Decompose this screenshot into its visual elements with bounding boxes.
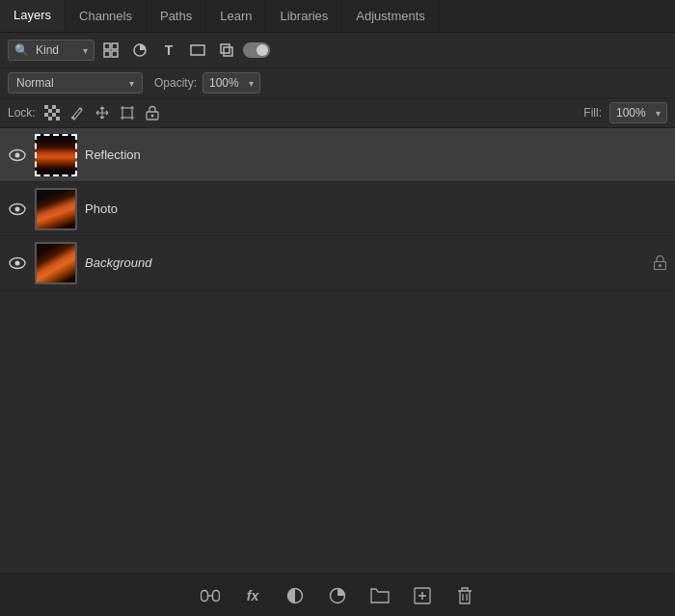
lock-artboard-icon[interactable]	[117, 102, 138, 123]
tab-layers[interactable]: Layers	[0, 0, 66, 32]
svg-rect-7	[224, 47, 232, 56]
svg-rect-8	[44, 105, 48, 109]
svg-rect-11	[56, 109, 60, 113]
tab-channels[interactable]: Channels	[66, 0, 147, 32]
kind-chevron: ▾	[83, 45, 88, 56]
layer-name-photo: Photo	[85, 201, 667, 216]
visibility-icon-photo[interactable]	[8, 200, 27, 219]
svg-point-19	[150, 115, 153, 118]
fill-dropdown[interactable]: 100% ▾	[609, 102, 667, 123]
smart-object-filter-icon[interactable]	[214, 38, 239, 63]
fill-chevron: ▾	[656, 108, 661, 119]
tab-bar: Layers Channels Paths Learn Libraries Ad…	[0, 0, 675, 33]
bottom-toolbar: fx	[0, 574, 675, 616]
svg-point-21	[15, 152, 20, 157]
visibility-icon-reflection[interactable]	[8, 146, 27, 165]
layer-thumbnail-reflection	[35, 134, 77, 176]
shape-filter-icon[interactable]	[185, 38, 210, 63]
tab-paths[interactable]: Paths	[147, 0, 206, 32]
fx-button[interactable]: fx	[240, 583, 265, 608]
svg-rect-0	[104, 43, 110, 49]
svg-rect-14	[48, 117, 52, 121]
layer-thumbnail-background	[35, 242, 77, 284]
layer-name-reflection: Reflection	[85, 147, 667, 162]
empty-layer-area	[0, 290, 675, 574]
visibility-icon-background[interactable]	[8, 254, 27, 273]
svg-rect-15	[56, 117, 60, 121]
opacity-label: Opacity:	[154, 76, 197, 90]
layer-name-background: Background	[85, 255, 644, 270]
lock-position-icon[interactable]	[92, 102, 113, 123]
svg-rect-10	[48, 109, 52, 113]
filter-toolbar: 🔍 Kind ▾ T	[0, 33, 675, 68]
svg-rect-29	[213, 590, 220, 601]
layer-thumbnail-photo	[35, 188, 77, 230]
layer-lock-background	[652, 255, 667, 271]
tab-libraries[interactable]: Libraries	[266, 0, 342, 32]
svg-point-27	[659, 264, 662, 267]
blend-mode-dropdown[interactable]: Normal ▾	[8, 72, 143, 94]
search-icon: 🔍	[14, 43, 29, 57]
delete-layer-button[interactable]	[452, 583, 477, 608]
lock-row: Lock:	[0, 98, 675, 128]
layer-item-reflection[interactable]: Reflection	[0, 128, 675, 182]
pixel-filter-icon[interactable]	[98, 38, 123, 63]
tab-adjustments[interactable]: Adjustments	[342, 0, 440, 32]
lock-transparency-icon[interactable]	[41, 102, 63, 123]
fill-label: Fill:	[583, 106, 602, 120]
svg-point-25	[15, 260, 20, 265]
layer-item-photo[interactable]: Photo	[0, 182, 675, 236]
lock-label: Lock:	[8, 106, 36, 120]
svg-rect-6	[221, 44, 230, 53]
svg-rect-5	[191, 45, 204, 55]
type-filter-icon[interactable]: T	[156, 38, 181, 63]
svg-rect-2	[104, 51, 110, 57]
kind-dropdown[interactable]: 🔍 Kind ▾	[8, 40, 94, 61]
blend-chevron: ▾	[129, 78, 134, 89]
svg-rect-17	[122, 108, 132, 118]
svg-point-16	[71, 117, 74, 120]
link-layers-button[interactable]	[198, 583, 223, 608]
svg-rect-1	[112, 43, 118, 49]
new-fill-layer-button[interactable]	[283, 583, 308, 608]
filter-toggle[interactable]	[243, 42, 270, 58]
svg-rect-3	[112, 51, 118, 57]
svg-rect-9	[52, 105, 56, 109]
svg-rect-28	[202, 590, 208, 601]
svg-rect-13	[52, 113, 56, 117]
adjustment-filter-icon[interactable]	[127, 38, 152, 63]
layer-item-background[interactable]: Background	[0, 236, 675, 290]
group-layers-button[interactable]	[367, 583, 392, 608]
blend-opacity-row: Normal ▾ Opacity: 100% ▾	[0, 68, 675, 98]
new-layer-button[interactable]	[410, 583, 435, 608]
opacity-dropdown[interactable]: 100% ▾	[202, 72, 260, 94]
tab-learn[interactable]: Learn	[206, 0, 266, 32]
layer-list: Reflection Photo Background	[0, 128, 675, 574]
svg-point-23	[15, 206, 20, 211]
create-adjustment-button[interactable]	[325, 583, 350, 608]
opacity-chevron: ▾	[249, 78, 254, 89]
lock-image-icon[interactable]	[67, 102, 88, 123]
lock-all-icon[interactable]	[142, 102, 163, 123]
svg-rect-12	[44, 113, 48, 117]
